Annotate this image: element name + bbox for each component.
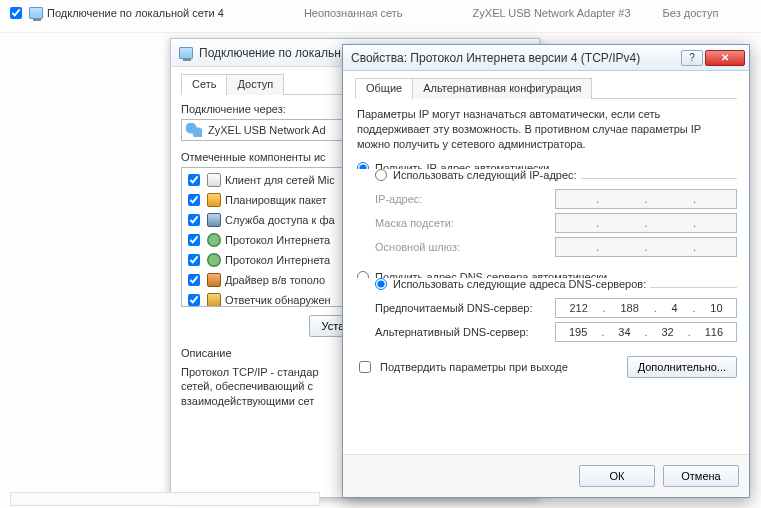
footer-strip — [10, 492, 320, 506]
dns2-oct2: 34 — [618, 326, 630, 338]
connection-item[interactable]: Подключение по локальной сети 4 — [6, 4, 224, 22]
radio-dns-manual-label: Использовать следующие адреса DNS-сервер… — [393, 278, 646, 290]
connection-access: Без доступ — [663, 7, 719, 19]
network-adapter-icon — [186, 123, 202, 137]
connection-checkbox[interactable] — [10, 7, 22, 19]
component-checkbox[interactable] — [188, 294, 200, 306]
tab-access[interactable]: Доступ — [226, 74, 284, 95]
dns2-oct4: 116 — [705, 326, 723, 338]
scheduler-icon — [207, 193, 221, 207]
ip-address-label: IP-адрес: — [375, 193, 545, 205]
dns1-oct4: 10 — [710, 302, 722, 314]
monitor-icon — [179, 47, 193, 59]
monitor-icon — [29, 7, 43, 19]
gateway-field: ... — [555, 237, 737, 257]
lan-properties-title: Подключение по локальн — [199, 46, 341, 60]
subnet-mask-label: Маска подсети: — [375, 217, 545, 229]
cancel-button[interactable]: Отмена — [663, 465, 739, 487]
component-label: Протокол Интернета — [225, 234, 330, 246]
confirm-on-exit-label: Подтвердить параметры при выходе — [380, 361, 568, 373]
dns1-oct1: 212 — [569, 302, 587, 314]
connection-name: Подключение по локальной сети 4 — [47, 7, 224, 19]
help-text: Параметры IP могут назначаться автоматич… — [357, 107, 735, 152]
subnet-mask-field: ... — [555, 213, 737, 233]
tab-network[interactable]: Сеть — [181, 74, 227, 95]
dns2-field[interactable]: 195. 34. 32. 116 — [555, 322, 737, 342]
gateway-label: Основной шлюз: — [375, 241, 545, 253]
dns2-oct3: 32 — [661, 326, 673, 338]
component-checkbox[interactable] — [188, 234, 200, 246]
dns1-field[interactable]: 212. 188. 4. 10 — [555, 298, 737, 318]
help-button[interactable]: ? — [681, 50, 703, 66]
close-button[interactable]: ✕ — [705, 50, 745, 66]
component-label: Клиент для сетей Mic — [225, 174, 335, 186]
driver-icon — [207, 273, 221, 287]
component-checkbox[interactable] — [188, 254, 200, 266]
tab-general[interactable]: Общие — [355, 78, 413, 99]
responder-icon — [207, 293, 221, 307]
radio-ip-manual[interactable] — [375, 169, 387, 181]
dns1-oct2: 188 — [620, 302, 638, 314]
protocol-icon — [207, 253, 221, 267]
adapter-name: ZyXEL USB Network Ad — [208, 124, 326, 136]
ipv4-properties-window: Свойства: Протокол Интернета версии 4 (T… — [342, 44, 750, 498]
component-label: Драйвер в/в тополо — [225, 274, 325, 286]
connections-header: Подключение по локальной сети 4 Неопозна… — [0, 0, 761, 33]
confirm-on-exit-checkbox[interactable] — [359, 361, 371, 373]
component-checkbox[interactable] — [188, 274, 200, 286]
component-label: Служба доступа к фа — [225, 214, 335, 226]
ipv4-title: Свойства: Протокол Интернета версии 4 (T… — [351, 51, 640, 65]
advanced-button[interactable]: Дополнительно... — [627, 356, 737, 378]
dns2-oct1: 195 — [569, 326, 587, 338]
connection-adapter: ZyXEL USB Network Adapter #3 — [473, 7, 631, 19]
ipv4-titlebar[interactable]: Свойства: Протокол Интернета версии 4 (T… — [343, 45, 749, 71]
ipv4-tabs: Общие Альтернативная конфигурация — [355, 77, 737, 99]
protocol-icon — [207, 233, 221, 247]
radio-ip-manual-label: Использовать следующий IP-адрес: — [393, 169, 577, 181]
component-checkbox[interactable] — [188, 174, 200, 186]
service-icon — [207, 213, 221, 227]
dns1-oct3: 4 — [672, 302, 678, 314]
ip-address-field: ... — [555, 189, 737, 209]
client-icon — [207, 173, 221, 187]
radio-dns-manual[interactable] — [375, 278, 387, 290]
tab-alt-config[interactable]: Альтернативная конфигурация — [412, 78, 592, 99]
component-checkbox[interactable] — [188, 194, 200, 206]
dns2-label: Альтернативный DNS-сервер: — [375, 326, 545, 338]
component-label: Планировщик пакет — [225, 194, 327, 206]
ok-button[interactable]: ОК — [579, 465, 655, 487]
dns1-label: Предпочитаемый DNS-сервер: — [375, 302, 545, 314]
component-label: Ответчик обнаружен — [225, 294, 331, 306]
component-checkbox[interactable] — [188, 214, 200, 226]
connection-status: Неопознанная сеть — [304, 7, 403, 19]
component-label: Протокол Интернета — [225, 254, 330, 266]
